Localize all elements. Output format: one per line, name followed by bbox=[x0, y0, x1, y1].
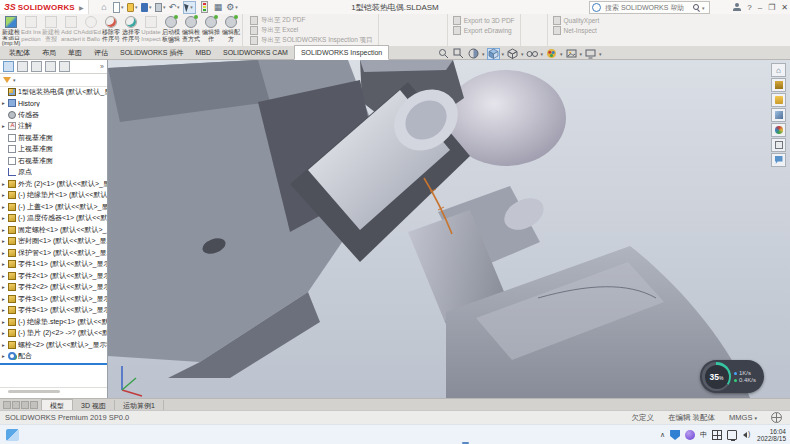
tab-display-manager[interactable] bbox=[59, 61, 70, 72]
tree-item[interactable]: 右视基准面 bbox=[0, 155, 107, 167]
ribbon-button[interactable]: 编辑配方 bbox=[221, 14, 241, 46]
scene-caret-icon[interactable]: ▾ bbox=[580, 51, 583, 57]
tab-feature-manager[interactable] bbox=[3, 61, 14, 72]
ribbon-export-button[interactable]: Export eDrawing bbox=[453, 26, 515, 35]
close-button[interactable]: ✕ bbox=[781, 3, 788, 12]
filter-caret-icon[interactable]: ▾ bbox=[13, 77, 16, 83]
options-icon[interactable]: ⚙▾ bbox=[227, 2, 238, 13]
file-explorer-icon[interactable] bbox=[269, 428, 282, 441]
cloud-app-icon[interactable] bbox=[326, 428, 339, 441]
tree-item[interactable]: 上视基准面 bbox=[0, 144, 107, 156]
ribbon-button[interactable]: Add/Edit Balloons bbox=[81, 14, 101, 46]
hide-show-items-icon[interactable] bbox=[526, 48, 539, 60]
tree-item[interactable]: ▸ 配合 bbox=[0, 351, 107, 363]
custom-properties-icon[interactable] bbox=[771, 138, 786, 152]
undo-icon[interactable]: ↶▾ bbox=[169, 2, 180, 13]
ribbon-button[interactable]: 启动模板编辑器 bbox=[161, 14, 181, 46]
tree-root-assembly[interactable]: 1型铠装热电偶 (默认<默认_显示状态-1> bbox=[0, 86, 107, 98]
print-icon[interactable]: ▾ bbox=[155, 2, 166, 13]
ribbon-button[interactable]: 编辑操作 bbox=[201, 14, 221, 46]
tab-property-manager[interactable] bbox=[17, 61, 28, 72]
display-style-caret-icon[interactable]: ▾ bbox=[521, 51, 524, 57]
volume-icon[interactable] bbox=[742, 430, 752, 440]
ribbon-button[interactable]: 新建检查报 bbox=[41, 14, 61, 46]
ribbon-tab[interactable]: SOLIDWORKS Inspection bbox=[294, 45, 389, 60]
task-view-button[interactable] bbox=[231, 428, 244, 441]
solidworks-logo[interactable]: ЗS SOLIDWORKS ▶ bbox=[0, 0, 89, 14]
tree-item[interactable]: ▸ (-) 垫片 (2)<2> ->? (默认<<默认 bbox=[0, 328, 107, 340]
tray-overflow-icon[interactable]: ∧ bbox=[660, 431, 665, 439]
ribbon-tab[interactable]: 装配体 bbox=[3, 46, 36, 59]
ime-grid-icon[interactable] bbox=[712, 430, 722, 440]
new-document-icon[interactable]: ▾ bbox=[113, 2, 124, 13]
cad-app-icon[interactable] bbox=[402, 428, 415, 441]
ribbon-button[interactable]: 新建检查项目 (imp:M) bbox=[1, 14, 21, 46]
widgets-icon[interactable] bbox=[6, 429, 19, 441]
apply-scene-icon[interactable] bbox=[565, 48, 578, 60]
graphics-area[interactable] bbox=[108, 60, 790, 398]
status-globe-icon[interactable] bbox=[771, 412, 782, 423]
tree-item[interactable]: ▸ 零件2<1> (默认<<默认>_显示状态 bbox=[0, 270, 107, 282]
ribbon-tab[interactable]: 布局 bbox=[36, 46, 62, 59]
ribbon-button[interactable]: Add Characteristic bbox=[61, 14, 81, 46]
ribbon-tab[interactable]: 草图 bbox=[62, 46, 88, 59]
forum-icon[interactable] bbox=[771, 153, 786, 167]
appearances-scenes-icon[interactable] bbox=[771, 123, 786, 137]
zoom-fit-icon[interactable] bbox=[437, 48, 450, 60]
minimize-button[interactable]: – bbox=[758, 3, 762, 12]
search-input[interactable] bbox=[603, 3, 691, 12]
panel-tabs-overflow-icon[interactable]: » bbox=[100, 63, 104, 70]
ribbon-button[interactable]: Edit Inspection Project bbox=[21, 14, 41, 46]
select-icon[interactable]: ▾ bbox=[183, 1, 196, 14]
mail-icon[interactable] bbox=[288, 428, 301, 441]
tree-item[interactable]: ▸ 零件5<1> (默认<<默认>_显示状态 bbox=[0, 305, 107, 317]
ribbon-tab[interactable]: 评估 bbox=[88, 46, 114, 59]
view-orientation-icon[interactable] bbox=[487, 48, 500, 60]
login-user-icon[interactable] bbox=[733, 3, 741, 11]
solidworks-app-icon[interactable] bbox=[459, 428, 472, 441]
browser-colorful-icon[interactable] bbox=[364, 428, 377, 441]
search-options-caret-icon[interactable]: ▾ bbox=[702, 5, 705, 11]
tree-item[interactable]: ▸ (-) 绝缘垫片<1> (默认<<默认>_显 bbox=[0, 190, 107, 202]
wps-icon[interactable] bbox=[421, 428, 434, 441]
save-icon[interactable]: ▾ bbox=[141, 2, 152, 13]
tree-item[interactable]: ▸ 保护管<1> (默认<<默认>_显示状 bbox=[0, 247, 107, 259]
ime-indicator[interactable]: 中 bbox=[700, 430, 707, 440]
section-view-icon[interactable] bbox=[467, 48, 480, 60]
restore-button[interactable]: ❐ bbox=[768, 3, 775, 12]
tree-item[interactable]: ▸ 外壳 (2)<1> (默认<<默认>_显示状 bbox=[0, 178, 107, 190]
help-button[interactable]: ? bbox=[747, 3, 751, 12]
tree-item[interactable]: ▸ 零件2<2> (默认<<默认>_显示状态 bbox=[0, 282, 107, 294]
open-icon[interactable]: ▾ bbox=[127, 2, 138, 13]
rebuild-icon[interactable] bbox=[199, 2, 210, 13]
edge-icon[interactable] bbox=[250, 428, 263, 441]
performance-overlay-widget[interactable]: 35% 1K/s 0.4K/s bbox=[700, 360, 764, 393]
ribbon-button[interactable]: Update Inspection Project bbox=[141, 14, 161, 46]
ribbon-quality-button[interactable]: QualityXpert bbox=[553, 16, 600, 25]
file-properties-icon[interactable]: ▦ bbox=[213, 2, 224, 13]
zoom-area-icon[interactable] bbox=[452, 48, 465, 60]
tree-item[interactable]: ▸ 密封圈<1> (默认<<默认>_显示状 bbox=[0, 236, 107, 248]
view-settings-caret-icon[interactable]: ▾ bbox=[599, 51, 602, 57]
design-library-icon[interactable] bbox=[771, 78, 786, 92]
ribbon-quality-button[interactable]: Net-Inspect bbox=[553, 26, 600, 35]
ribbon-export-button[interactable]: 导出至 SOLIDWORKS Inspection 项目 bbox=[250, 36, 373, 45]
search-icon[interactable] bbox=[693, 4, 700, 11]
ribbon-export-button[interactable]: 导出至 Excel bbox=[250, 26, 373, 35]
display-style-icon[interactable] bbox=[506, 48, 519, 60]
assistant-ball-icon[interactable] bbox=[685, 430, 695, 440]
tree-item[interactable]: ▸ (-) 上盖<1> (默认<<默认>_显示状 bbox=[0, 201, 107, 213]
display-tray-icon[interactable] bbox=[727, 430, 737, 440]
edit-appearance-icon[interactable] bbox=[545, 48, 558, 60]
appearance-caret-icon[interactable]: ▾ bbox=[560, 51, 563, 57]
tree-item[interactable]: 前视基准面 bbox=[0, 132, 107, 144]
tree-item[interactable]: ▸ History bbox=[0, 98, 107, 110]
browser-360-icon[interactable] bbox=[345, 428, 358, 441]
logo-flyout-icon[interactable]: ▶ bbox=[79, 4, 84, 11]
section-caret-icon[interactable]: ▾ bbox=[482, 51, 485, 57]
orientation-caret-icon[interactable]: ▾ bbox=[502, 51, 505, 57]
view-palette-icon[interactable] bbox=[771, 108, 786, 122]
tree-item[interactable]: ▸ 固定螺栓<1> (默认<<默认>_显示 bbox=[0, 224, 107, 236]
search-button[interactable] bbox=[212, 428, 225, 441]
tab-dimxpert-manager[interactable] bbox=[45, 61, 56, 72]
